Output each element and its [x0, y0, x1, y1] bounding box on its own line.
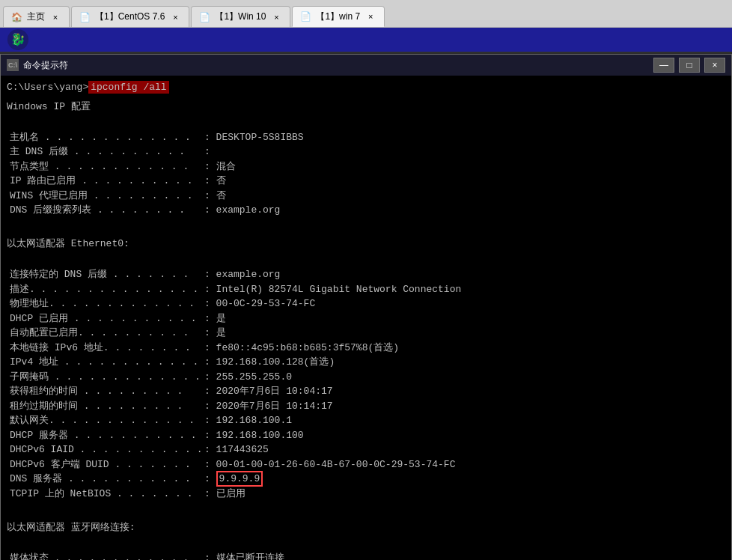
cmd-titlebar: C:\ 命令提示符 — □ ×: [1, 55, 731, 76]
adapter2-title: 以太网适配器 蓝牙网络连接:: [7, 520, 725, 535]
adapter1-row: DNS 服务器 . . . . . . . . . . . : 9.9.9.9: [7, 472, 725, 487]
row-label: DNS 后缀搜索列表 . . . . . . . .: [10, 203, 204, 218]
row-value: : Intel(R) 82574L Gigabit Network Connec…: [204, 282, 461, 297]
row-label: 媒体状态 . . . . . . . . . . . .: [10, 551, 204, 561]
row-label: DHCPv6 IAID . . . . . . . . . . .: [10, 442, 204, 457]
cmd-title: 命令提示符: [23, 59, 653, 72]
adapter1-info: 连接特定的 DNS 后缀 . . . . . . . : example.org…: [7, 267, 725, 501]
tab-bar: 🏠 主页 × 📄 【1】CentOS 7.6 × 📄 【1】Win 10 × 📄…: [0, 0, 732, 27]
prompt-line: C:\Users\yang>ipconfig /all: [7, 80, 725, 95]
cmd-window: C:\ 命令提示符 — □ × C:\Users\yang>ipconfig /…: [0, 54, 732, 560]
row-label: TCPIP 上的 NetBIOS . . . . . . .: [10, 487, 204, 502]
row-label: DHCP 已启用 . . . . . . . . . . .: [10, 311, 204, 326]
tab-win10[interactable]: 📄 【1】Win 10 ×: [191, 6, 290, 27]
row-value: : 117443625: [204, 442, 269, 457]
maximize-button[interactable]: □: [679, 58, 700, 73]
row-value: : 192.168.100.100: [204, 428, 304, 443]
svg-text:🐉: 🐉: [10, 32, 25, 46]
close-button[interactable]: ×: [704, 58, 725, 73]
row-label: 子网掩码 . . . . . . . . . . . . .: [10, 370, 204, 385]
tab-win7-close[interactable]: ×: [365, 10, 376, 22]
tab-win10-icon: 📄: [199, 12, 210, 22]
row-label: 获得租约的时间 . . . . . . . . .: [10, 384, 204, 399]
adapter1-row: 描述. . . . . . . . . . . . . . . : Intel(…: [7, 282, 725, 297]
tab-home-close[interactable]: ×: [49, 11, 61, 23]
tab-win7-label: 【1】win 7: [316, 10, 360, 23]
adapter1-row: IPv4 地址 . . . . . . . . . . . . : 192.16…: [7, 355, 725, 370]
basic-row: 主 DNS 后缀 . . . . . . . . . . :: [7, 144, 725, 159]
adapter1-row: DHCPv6 IAID . . . . . . . . . . . : 1174…: [7, 442, 725, 457]
output-section: Windows IP 配置 主机名 . . . . . . . . . . . …: [7, 100, 725, 561]
windows-ip-title: Windows IP 配置: [7, 100, 725, 115]
row-label: 默认网关. . . . . . . . . . . . .: [10, 413, 204, 428]
row-label: 本地链接 IPv6 地址. . . . . . . .: [10, 341, 204, 356]
row-label: IP 路由已启用 . . . . . . . . . .: [10, 174, 204, 189]
row-label: DHCPv6 客户端 DUID . . . . . . .: [10, 457, 204, 472]
row-value: : 媒体已断开连接: [204, 551, 284, 561]
row-value: : 9.9.9.9: [204, 472, 263, 487]
tab-centos-icon: 📄: [79, 12, 91, 22]
row-label: 主 DNS 后缀 . . . . . . . . . .: [10, 144, 204, 159]
adapter1-row: 获得租约的时间 . . . . . . . . . : 2020年7月6日 10…: [7, 384, 725, 399]
tab-home-label: 主页: [27, 10, 45, 23]
row-value: : 混合: [204, 159, 236, 174]
tab-centos[interactable]: 📄 【1】CentOS 7.6 ×: [71, 6, 189, 27]
tab-home-icon: 🏠: [11, 12, 22, 22]
row-value: : example.org: [204, 267, 280, 282]
adapter1-row: 物理地址. . . . . . . . . . . . . : 00-0C-29…: [7, 296, 725, 311]
tab-home[interactable]: 🏠 主页 ×: [3, 6, 70, 27]
adapter1-row: 本地链接 IPv6 地址. . . . . . . . : fe80::4c95…: [7, 341, 725, 356]
row-label: IPv4 地址 . . . . . . . . . . . .: [10, 355, 204, 370]
adapter1-row: 默认网关. . . . . . . . . . . . . : 192.168.…: [7, 413, 725, 428]
adapter1-row: DHCP 服务器 . . . . . . . . . . . : 192.168…: [7, 428, 725, 443]
prompt-text: C:\Users\yang>: [7, 82, 88, 93]
tab-win10-label: 【1】Win 10: [215, 10, 266, 23]
row-value: : 2020年7月6日 10:14:17: [204, 399, 333, 414]
tab-centos-close[interactable]: ×: [169, 11, 181, 23]
tab-win7[interactable]: 📄 【1】win 7 ×: [292, 6, 385, 27]
tab-win7-icon: 📄: [300, 11, 311, 22]
row-value: : 00-0C-29-53-74-FC: [204, 296, 315, 311]
minimize-button[interactable]: —: [653, 58, 674, 73]
basic-info: 主机名 . . . . . . . . . . . . . : DESKTOP-…: [7, 130, 725, 218]
row-label: DHCP 服务器 . . . . . . . . . . .: [10, 428, 204, 443]
row-value: : fe80::4c95:b68:b685:3f57%8(首选): [204, 341, 399, 356]
row-value: : 255.255.255.0: [204, 370, 292, 385]
row-value: : DESKTOP-5S8IBBS: [204, 130, 304, 145]
adapter1-row: TCPIP 上的 NetBIOS . . . . . . . : 已启用: [7, 487, 725, 502]
basic-row: DNS 后缀搜索列表 . . . . . . . . : example.org: [7, 203, 725, 218]
adapter1-row: 租约过期的时间 . . . . . . . . . : 2020年7月6日 10…: [7, 399, 725, 414]
cmd-body: C:\Users\yang>ipconfig /all Windows IP 配…: [1, 76, 731, 560]
row-value: : 否: [204, 189, 226, 204]
row-value: : 00-01-00-01-26-60-4B-67-00-0C-29-53-74…: [204, 457, 455, 472]
browser-chrome: 🏠 主页 × 📄 【1】CentOS 7.6 × 📄 【1】Win 10 × 📄…: [0, 0, 732, 28]
row-label: 描述. . . . . . . . . . . . . . .: [10, 282, 204, 297]
row-value: : 是: [204, 311, 226, 326]
basic-row: WINS 代理已启用 . . . . . . . . . : 否: [7, 189, 725, 204]
row-value: : 192.168.100.128(首选): [204, 355, 335, 370]
row-label: 主机名 . . . . . . . . . . . . .: [10, 130, 204, 145]
row-label: 自动配置已启用. . . . . . . . . .: [10, 326, 204, 341]
row-value: : 否: [204, 174, 226, 189]
row-value: : 已启用: [204, 487, 245, 502]
adapter1-row: 子网掩码 . . . . . . . . . . . . . : 255.255…: [7, 370, 725, 385]
adapter1-title: 以太网适配器 Ethernet0:: [7, 237, 725, 252]
basic-row: IP 路由已启用 . . . . . . . . . . : 否: [7, 174, 725, 189]
row-value: : example.org: [204, 203, 280, 218]
row-label: WINS 代理已启用 . . . . . . . . .: [10, 189, 204, 204]
row-value: : 192.168.100.1: [204, 413, 292, 428]
row-value: : 是: [204, 326, 226, 341]
row-label: 物理地址. . . . . . . . . . . . .: [10, 296, 204, 311]
basic-row: 主机名 . . . . . . . . . . . . . : DESKTOP-…: [7, 130, 725, 145]
adapter1-row: 自动配置已启用. . . . . . . . . . : 是: [7, 326, 725, 341]
adapter1-row: DHCP 已启用 . . . . . . . . . . . : 是: [7, 311, 725, 326]
basic-row: 节点类型 . . . . . . . . . . . . : 混合: [7, 159, 725, 174]
adapter2-info: 媒体状态 . . . . . . . . . . . . : 媒体已断开连接 连…: [7, 551, 725, 561]
adapter1-row: 连接特定的 DNS 后缀 . . . . . . . : example.org: [7, 267, 725, 282]
window-controls: — □ ×: [653, 58, 725, 73]
row-label: 租约过期的时间 . . . . . . . . .: [10, 399, 204, 414]
adapter2-row: 媒体状态 . . . . . . . . . . . . : 媒体已断开连接: [7, 551, 725, 561]
tab-win10-close[interactable]: ×: [270, 11, 282, 23]
row-label: 连接特定的 DNS 后缀 . . . . . . .: [10, 267, 204, 282]
dragon-logo: 🐉: [6, 28, 30, 52]
